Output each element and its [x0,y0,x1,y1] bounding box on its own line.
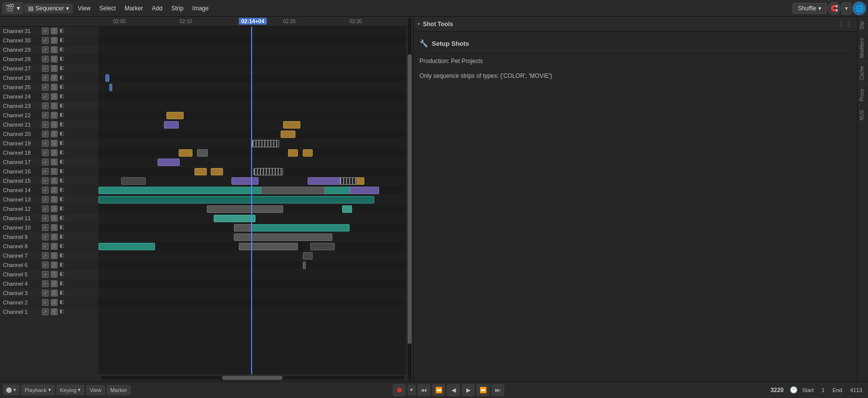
clip-ch12-1[interactable] [207,205,283,213]
vertical-scrollbar[interactable] [406,17,413,381]
clip-ch15-striped[interactable] [340,177,357,185]
channel-checkbox2[interactable]: ☰ [51,224,58,231]
track-row[interactable] [98,111,406,120]
track-row[interactable] [98,55,406,64]
track-row[interactable] [98,298,406,307]
shuffle-button[interactable]: Shuffle ▾ [793,3,827,14]
channel-checkbox[interactable]: ✓ [42,149,49,156]
channel-checkbox2[interactable]: ☰ [51,196,58,203]
track-row[interactable] [98,251,406,261]
channel-checkbox2[interactable]: ☰ [51,159,58,166]
channel-checkbox2[interactable]: ☰ [51,308,58,315]
track-row[interactable] [98,73,406,83]
channel-checkbox2[interactable]: ☰ [51,56,58,63]
menu-marker[interactable]: Marker [121,3,147,14]
clip-ch22-1[interactable] [166,112,184,119]
track-row[interactable] [98,279,406,289]
clip-ch9-1[interactable] [234,233,332,241]
track-row[interactable] [98,261,406,270]
clip-ch10-2[interactable] [251,224,350,232]
clip-ch19-1[interactable] [252,140,279,147]
channel-checkbox[interactable]: ✓ [42,252,49,259]
track-row[interactable] [98,120,406,130]
play-button[interactable]: ▶ [462,384,475,396]
channel-checkbox[interactable]: ✓ [42,280,49,287]
clip-ch17-1[interactable] [158,159,180,166]
clip-ch12-2[interactable] [342,205,352,213]
view-button[interactable]: View [86,385,105,395]
clip-ch18-1[interactable] [179,149,193,157]
channel-checkbox[interactable]: ✓ [42,224,49,231]
channel-checkbox2[interactable]: ☰ [51,215,58,222]
menu-image[interactable]: Image [189,3,213,14]
tracks-area[interactable] [98,27,406,374]
channel-checkbox[interactable]: ✓ [42,187,49,194]
timeline-container[interactable]: 02:00 02:10 02:14+04 02:20 02:30 [98,17,406,381]
channel-checkbox[interactable]: ✓ [42,271,49,278]
channel-checkbox[interactable]: ✓ [42,262,49,268]
track-row[interactable] [98,307,406,317]
channel-checkbox2[interactable]: ☰ [51,252,58,259]
clip-ch16-2[interactable] [211,168,223,175]
channel-checkbox2[interactable]: ☰ [51,290,58,297]
channel-checkbox2[interactable]: ☰ [51,121,58,128]
channel-checkbox[interactable]: ✓ [42,233,49,240]
channel-checkbox2[interactable]: ☰ [51,140,58,147]
channel-checkbox2[interactable]: ☰ [51,177,58,184]
channel-checkbox[interactable]: ✓ [42,93,49,100]
step-back-far-button[interactable]: ⏪ [432,384,445,396]
channel-checkbox2[interactable]: ☰ [51,262,58,268]
menu-view[interactable]: View [74,3,95,14]
channel-checkbox[interactable]: ✓ [42,205,49,212]
clip-ch18-2[interactable] [197,149,208,157]
clip-ch8-3[interactable] [310,243,335,250]
clip-ch25-1[interactable] [109,84,112,91]
side-tab-proxy[interactable]: Proxy [858,84,868,105]
keying-button[interactable]: Keying ▾ [57,385,85,395]
channel-checkbox[interactable]: ✓ [42,46,49,53]
clip-ch16-striped[interactable] [254,168,283,175]
clip-ch21-1[interactable] [164,121,179,129]
track-row[interactable] [98,289,406,298]
channel-checkbox2[interactable]: ☰ [51,299,58,306]
clip-ch11-1[interactable] [214,215,256,222]
channel-checkbox[interactable]: ✓ [42,37,49,44]
channel-checkbox[interactable]: ✓ [42,308,49,315]
track-row[interactable] [98,101,406,111]
track-row[interactable] [98,36,406,45]
marker-button[interactable]: Marker [107,385,130,395]
channel-checkbox2[interactable]: ☰ [51,149,58,156]
track-row[interactable] [98,27,406,36]
app-menu-button[interactable]: 🎬 ▾ [2,2,23,14]
channel-checkbox2[interactable]: ☰ [51,102,58,109]
channel-checkbox[interactable]: ✓ [42,168,49,175]
channel-checkbox[interactable]: ✓ [42,290,49,297]
channel-checkbox2[interactable]: ☰ [51,131,58,137]
clip-ch15-1[interactable] [121,177,146,185]
channel-checkbox[interactable]: ✓ [42,159,49,166]
jump-to-end-button[interactable]: ⏭ [491,384,504,396]
channel-checkbox2[interactable]: ☰ [51,112,58,119]
channel-checkbox2[interactable]: ☰ [51,46,58,53]
channel-checkbox[interactable]: ✓ [42,102,49,109]
channel-checkbox[interactable]: ✓ [42,84,49,91]
menu-strip[interactable]: Strip [167,3,188,14]
track-row[interactable] [98,167,406,176]
track-row[interactable] [98,270,406,279]
clip-ch18-4[interactable] [303,149,313,157]
online-status-button[interactable]: 🌐 [852,1,866,15]
side-tab-cache[interactable]: Cache [858,62,868,84]
track-row[interactable] [98,148,406,158]
step-forward-button[interactable]: ⏩ [477,384,489,396]
channel-checkbox[interactable]: ✓ [42,74,49,81]
channel-checkbox[interactable]: ✓ [42,121,49,128]
track-row[interactable] [98,64,406,73]
channel-checkbox[interactable]: ✓ [42,65,49,72]
magnet-button[interactable]: 🧲 [828,2,840,15]
clip-ch26-1[interactable] [105,74,109,82]
channel-checkbox2[interactable]: ☰ [51,271,58,278]
clip-ch14-3[interactable] [350,187,379,194]
channel-checkbox2[interactable]: ☰ [51,233,58,240]
extra-options-button[interactable]: ▾ [841,2,851,14]
clip-ch6-1[interactable] [303,262,306,269]
